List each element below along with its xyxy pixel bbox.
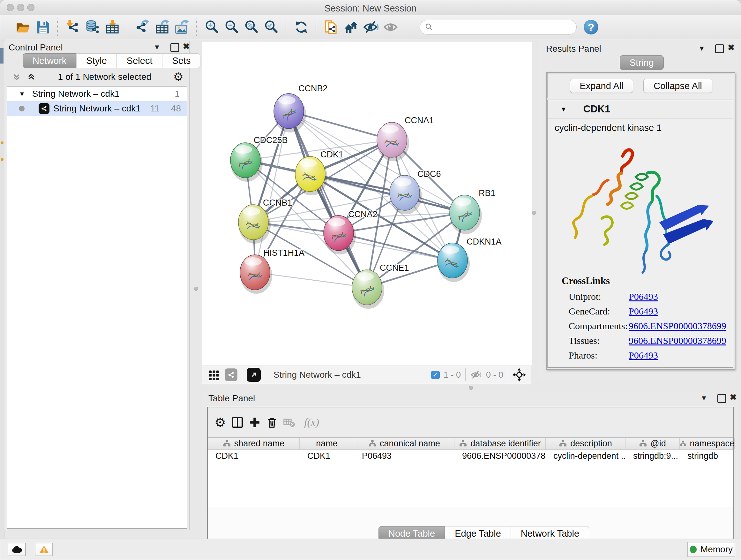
current-network-dot — [19, 106, 24, 111]
tab-select[interactable]: Select — [117, 53, 162, 68]
panel-float-icon[interactable] — [171, 43, 179, 52]
network-collection-row[interactable]: ▼ String Network – cdk1 1 — [7, 86, 187, 101]
zoom-out-icon[interactable] — [222, 17, 242, 37]
splitter-handle-bottom[interactable] — [469, 386, 473, 390]
column-header-database-identifier[interactable]: database identifier — [455, 438, 546, 449]
control-panel-tabs: NetworkStyleSelectSets — [23, 53, 200, 68]
delete-column-trash-icon[interactable] — [263, 414, 280, 431]
edge-fragment — [1, 158, 3, 161]
column-header-canonical-name[interactable]: canonical name — [354, 438, 455, 449]
search-icon — [425, 23, 433, 31]
network-node-CCNE1[interactable]: CCNE1 — [352, 263, 409, 309]
network-node-CDC6[interactable]: CDC6 — [390, 169, 441, 214]
search-field[interactable] — [420, 20, 577, 35]
panel-menu-icon[interactable]: ▼ — [153, 43, 160, 51]
apply-layout-icon[interactable] — [291, 17, 311, 37]
create-column-icon[interactable] — [246, 414, 263, 431]
crosslink-link[interactable]: P06493 — [629, 306, 658, 317]
panel-float-icon[interactable] — [718, 394, 726, 403]
table-cell[interactable]: CDK1 — [208, 449, 300, 462]
memory-status-dot — [690, 546, 697, 553]
zoom-selected-icon[interactable] — [261, 17, 281, 37]
table-row[interactable]: CDK1CDK1P064939606.ENSP00000378699cyclin… — [208, 449, 733, 462]
network-list-header: 1 of 1 Network selected ⚙ — [4, 69, 189, 84]
birds-eye-view-icon[interactable] — [247, 368, 261, 382]
import-table-icon[interactable] — [103, 17, 122, 37]
export-network-icon[interactable] — [132, 17, 152, 37]
network-node-CCNB2[interactable]: CCNB2 — [274, 84, 328, 132]
crosslink-link[interactable]: P06493 — [629, 291, 658, 302]
network-node-CDKN1A[interactable]: CDKN1A — [437, 237, 502, 282]
crosslink-link[interactable]: P06493 — [629, 350, 658, 361]
column-header-id[interactable]: @id — [625, 438, 680, 449]
crosslink-label: Uniprot: — [569, 291, 601, 302]
table-cell[interactable]: CDK1 — [300, 449, 354, 462]
network-view-icon[interactable] — [225, 368, 238, 381]
pan-crosshair-icon[interactable] — [513, 368, 526, 381]
expand-all-button[interactable]: Expand All — [570, 79, 633, 93]
network-node-CCNA1[interactable]: CCNA1 — [377, 116, 434, 161]
expand-all-icon[interactable] — [26, 72, 36, 82]
crosslink-link[interactable]: 9606.ENSP00000378699 — [629, 335, 726, 346]
panel-menu-icon[interactable]: ▼ — [698, 44, 705, 53]
section-expander-icon[interactable]: ▼ — [560, 106, 567, 113]
open-session-icon[interactable] — [13, 17, 33, 37]
new-network-from-selection-icon[interactable] — [321, 17, 341, 37]
column-header-namespace[interactable]: namespace — [680, 438, 735, 449]
import-network-icon[interactable] — [63, 17, 83, 37]
column-header-description[interactable]: description — [546, 438, 625, 449]
table-cell[interactable]: stringdb:9... — [625, 449, 680, 462]
panel-close-icon[interactable]: ✖ — [183, 42, 190, 51]
import-network-database-icon[interactable] — [83, 17, 103, 37]
gear-icon[interactable]: ⚙ — [173, 71, 184, 83]
help-button[interactable]: ? — [584, 20, 598, 35]
save-session-icon[interactable] — [33, 17, 53, 37]
collapse-all-button[interactable]: Collapse All — [643, 79, 712, 93]
first-neighbors-icon[interactable] — [341, 17, 361, 37]
panel-close-icon[interactable]: ✖ — [730, 393, 737, 401]
results-tab-string[interactable]: String — [620, 55, 664, 70]
grid-view-icon[interactable] — [208, 369, 220, 381]
table-cell[interactable]: P06493 — [354, 449, 455, 462]
tab-network[interactable]: Network — [23, 53, 76, 68]
node-label: CDK1 — [320, 150, 343, 159]
tab-sets[interactable]: Sets — [162, 53, 200, 68]
panel-float-icon[interactable] — [715, 44, 724, 53]
node-label: CCNB1 — [263, 198, 292, 207]
table-cell[interactable]: 9606.ENSP00000378699 — [455, 449, 546, 462]
warning-button[interactable] — [35, 543, 53, 556]
zoom-fit-icon[interactable] — [242, 17, 261, 37]
panel-close-icon[interactable]: ✖ — [728, 44, 735, 52]
show-all-icon[interactable] — [381, 17, 401, 37]
table-settings-gear-icon[interactable]: ⚙ — [212, 414, 229, 431]
network-edge[interactable] — [289, 111, 367, 287]
show-columns-icon[interactable] — [229, 414, 246, 431]
hide-selection-icon[interactable] — [361, 17, 381, 37]
function-builder-icon[interactable]: f(x) — [304, 416, 319, 428]
tree-expander-icon[interactable]: ▼ — [19, 90, 25, 98]
delete-table-icon[interactable] — [280, 414, 298, 431]
network-node-HIST1H1A[interactable]: HIST1H1A — [240, 248, 305, 294]
gene-section-header[interactable]: ▼ CDK1 — [548, 100, 733, 118]
collapse-all-icon[interactable] — [12, 72, 21, 82]
table-cell[interactable]: cyclin-dependent ... — [546, 449, 625, 462]
zoom-in-icon[interactable] — [202, 17, 222, 37]
panel-menu-icon[interactable]: ▼ — [700, 394, 708, 402]
tab-style[interactable]: Style — [76, 53, 117, 68]
column-header-name[interactable]: name — [300, 438, 354, 449]
column-header-shared-name[interactable]: shared name — [208, 438, 300, 449]
export-image-icon[interactable] — [172, 17, 192, 37]
export-table-icon[interactable] — [152, 17, 172, 37]
splitter-handle-left[interactable] — [194, 287, 198, 291]
crosslink-row: Pharos:P06493 — [569, 350, 597, 361]
memory-button[interactable]: Memory — [687, 542, 735, 557]
table-cell[interactable]: stringdb — [680, 449, 735, 462]
crosslink-link[interactable]: 9606.ENSP00000378699 — [629, 320, 726, 331]
splitter-handle-right[interactable] — [532, 211, 536, 215]
network-node-RB1[interactable]: RB1 — [450, 188, 495, 234]
search-input[interactable] — [433, 22, 569, 33]
selected-checkbox-icon[interactable]: ✓ — [431, 371, 440, 379]
network-row-selected[interactable]: String Network – cdk1 11 48 — [7, 101, 187, 116]
cloud-button[interactable] — [8, 543, 26, 556]
network-canvas[interactable]: CCNB2CCNA1CDC25BCDK1CDC6RB1CCNB1CCNA2CDK… — [202, 42, 532, 366]
